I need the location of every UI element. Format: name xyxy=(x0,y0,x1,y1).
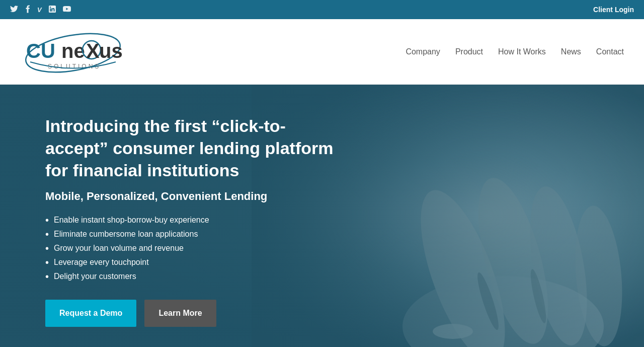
linkedin-icon[interactable] xyxy=(49,6,56,14)
nav-item-company[interactable]: Company xyxy=(406,47,440,56)
nav-item-news[interactable]: News xyxy=(561,47,581,56)
nav-item-product[interactable]: Product xyxy=(455,47,483,56)
header: CU ne X us SOLUTIONS Company Product How… xyxy=(0,19,644,85)
top-bar: V Client Login xyxy=(0,0,644,19)
twitter-icon[interactable] xyxy=(10,6,18,14)
svg-text:us: us xyxy=(99,40,123,62)
main-nav: Company Product How It Works News Contac… xyxy=(406,47,624,56)
svg-text:CU: CU xyxy=(26,40,55,62)
bullet-1: Enable instant shop-borrow-buy experienc… xyxy=(45,215,342,225)
svg-text:ne: ne xyxy=(61,40,85,62)
vimeo-icon[interactable]: V xyxy=(37,6,42,14)
hero-title: Introducing the first “click-to-accept” … xyxy=(45,115,342,182)
nav-item-how-it-works[interactable]: How It Works xyxy=(498,47,546,56)
nav-item-contact[interactable]: Contact xyxy=(596,47,624,56)
hero-subtitle: Mobile, Personalized, Convenient Lending xyxy=(45,190,342,203)
hero-content: Introducing the first “click-to-accept” … xyxy=(0,85,342,327)
logo-svg: CU ne X us SOLUTIONS xyxy=(20,27,126,77)
youtube-icon[interactable] xyxy=(63,6,71,14)
logo[interactable]: CU ne X us SOLUTIONS xyxy=(20,27,126,77)
bullet-4: Leverage every touchpoint xyxy=(45,257,342,267)
bullet-2: Eliminate cumbersome loan applications xyxy=(45,229,342,239)
social-icons-container: V xyxy=(10,5,71,15)
client-login-link[interactable]: Client Login xyxy=(593,6,634,14)
hero-section: Introducing the first “click-to-accept” … xyxy=(0,85,644,347)
svg-text:X: X xyxy=(86,40,100,62)
learn-more-button[interactable]: Learn More xyxy=(144,300,216,327)
bullet-5: Delight your customers xyxy=(45,271,342,282)
facebook-icon[interactable] xyxy=(25,5,30,15)
bullet-3: Grow your loan volume and revenue xyxy=(45,243,342,253)
hero-buttons: Request a Demo Learn More xyxy=(45,300,342,327)
hero-bullets-list: Enable instant shop-borrow-buy experienc… xyxy=(45,215,342,282)
request-demo-button[interactable]: Request a Demo xyxy=(45,300,136,327)
